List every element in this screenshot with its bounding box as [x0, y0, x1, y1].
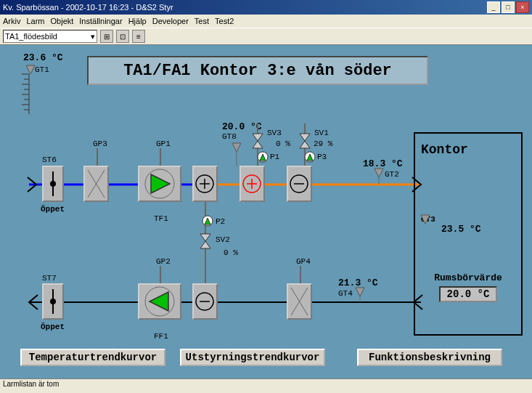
- toolbar-btn-3[interactable]: ≡: [132, 30, 145, 43]
- return-exchanger[interactable]: [192, 283, 218, 320]
- menu-objekt[interactable]: Objekt: [51, 17, 74, 25]
- room-panel: Kontor GT3 23.5 °C Rumsbörvärde 20.0 °C: [414, 132, 523, 336]
- menu-test2[interactable]: Test2: [215, 17, 234, 25]
- minimize-button[interactable]: _: [487, 1, 500, 13]
- gt4-label: GT4: [338, 289, 353, 298]
- fan-tf1[interactable]: [138, 166, 181, 202]
- pump-p1-icon[interactable]: [257, 151, 269, 163]
- gp2-label: GP2: [156, 257, 171, 266]
- gt2-label: GT2: [385, 170, 399, 179]
- gt2-sensor-icon: [375, 169, 383, 185]
- menu-hjalp[interactable]: Hjälp: [128, 17, 147, 25]
- menu-developer[interactable]: Developer: [152, 17, 189, 25]
- st7-status: Öppet: [41, 323, 65, 331]
- gp1-label: GP1: [156, 139, 171, 148]
- filter-gp4[interactable]: [287, 283, 312, 320]
- ff1-label: FF1: [154, 332, 168, 341]
- svg-point-13: [50, 181, 56, 187]
- heat-exchanger[interactable]: [192, 166, 218, 202]
- svg-marker-28: [253, 134, 263, 141]
- pump-p2-icon[interactable]: [202, 215, 213, 227]
- st6-status: Öppet: [41, 205, 65, 214]
- toolbar: TA1_flödesbild ▾ ⊞ ⊡ ≡: [0, 28, 532, 45]
- heater-coil[interactable]: [240, 166, 265, 202]
- svg-marker-43: [200, 234, 210, 241]
- damper-st6[interactable]: [42, 166, 64, 202]
- gt3-sensor-icon: [421, 215, 430, 224]
- gp1-stem: [159, 148, 162, 166]
- toolbar-btn-2[interactable]: ⊡: [116, 30, 129, 43]
- sv3-label: SV3: [267, 129, 282, 137]
- tf1-label: TF1: [154, 214, 168, 223]
- close-button[interactable]: ×: [516, 1, 529, 13]
- p2-label: P2: [216, 217, 225, 226]
- sv1-label: SV1: [314, 129, 329, 137]
- page-title: TA1/FA1 Kontor 3:e vån söder: [87, 56, 428, 85]
- p3-label: P3: [317, 153, 327, 161]
- arrow-in-icon: [28, 177, 38, 192]
- window-title: Kv. Sparbössan - 2002-10-17 16:23 - D&S2…: [3, 3, 487, 12]
- fan-ff1[interactable]: [138, 283, 181, 320]
- menu-larm[interactable]: Larm: [26, 17, 44, 25]
- gt8-label: GT8: [222, 132, 237, 141]
- sensor-icon: [26, 65, 35, 74]
- thermometer-icon: [22, 74, 30, 114]
- svg-point-47: [50, 299, 56, 304]
- menubar: Arkiv Larm Objekt Inställningar Hjälp De…: [0, 15, 532, 28]
- gp4-label: GP4: [296, 257, 311, 266]
- sv2-pct: 0 %: [224, 248, 238, 257]
- svg-marker-22: [232, 143, 241, 152]
- view-combo[interactable]: TA1_flödesbild ▾: [3, 30, 97, 43]
- statusbar: Larmlistan är tom: [0, 378, 532, 390]
- toolbar-btn-1[interactable]: ⊞: [100, 30, 113, 43]
- gp2-stem: [159, 266, 162, 283]
- chevron-down-icon: ▾: [91, 32, 95, 41]
- svg-marker-54: [356, 288, 364, 296]
- sv3-pct: 0 %: [276, 139, 290, 148]
- svg-marker-44: [200, 241, 210, 248]
- menu-test[interactable]: Test: [195, 17, 209, 25]
- gt4-sensor-icon: [356, 288, 364, 302]
- status-text: Larmlistan är tom: [3, 380, 59, 388]
- hvac-canvas: TA1/FA1 Kontor 3:e vån söder 23.6 °C GT1…: [0, 45, 532, 378]
- titlebar: Kv. Sparbössan - 2002-10-17 16:23 - D&S2…: [0, 0, 532, 15]
- gt8-sensor-icon: [232, 143, 241, 166]
- maximize-button[interactable]: □: [502, 1, 515, 13]
- gp3-stem: [96, 148, 99, 166]
- menu-arkiv[interactable]: Arkiv: [3, 17, 20, 25]
- valve-sv2-icon[interactable]: [198, 232, 213, 250]
- svg-marker-36: [300, 141, 310, 148]
- output-trends-button[interactable]: Utstyrningstrendkurvor: [180, 349, 325, 366]
- setpoint-value[interactable]: 20.0 °C: [439, 286, 497, 302]
- function-desc-button[interactable]: Funktionsbeskrivning: [357, 349, 502, 366]
- filter-gp3[interactable]: [83, 166, 109, 202]
- gt3-temp: 23.5 °C: [441, 224, 515, 235]
- view-combo-value: TA1_flödesbild: [5, 32, 57, 41]
- svg-marker-39: [375, 169, 383, 177]
- svg-marker-35: [300, 134, 310, 141]
- st7-label: ST7: [42, 274, 57, 283]
- gp3-label: GP3: [93, 139, 107, 148]
- gt4-temp: 21.3 °C: [338, 277, 378, 288]
- svg-marker-0: [26, 65, 35, 74]
- setpoint-label: Rumsbörvärde: [421, 272, 515, 283]
- sv2-label: SV2: [216, 235, 230, 244]
- sv1-pct: 29 %: [314, 139, 332, 148]
- menu-installningar[interactable]: Inställningar: [79, 17, 122, 25]
- gp4-stem: [299, 266, 302, 283]
- pump-p3-icon[interactable]: [304, 151, 316, 163]
- st6-label: ST6: [42, 155, 57, 164]
- room-title: Kontor: [421, 142, 515, 157]
- arrow-return-out-icon: [28, 295, 38, 309]
- p1-label: P1: [270, 153, 279, 161]
- svg-marker-56: [421, 215, 430, 224]
- damper-st7[interactable]: [42, 283, 64, 320]
- svg-marker-29: [253, 141, 263, 148]
- gt1-label: GT1: [35, 65, 49, 74]
- outdoor-temp: 23.6 °C: [23, 52, 63, 63]
- gt2-temp: 18.3 °C: [363, 158, 403, 169]
- temp-trends-button[interactable]: Temperaturtrendkurvor: [20, 349, 165, 366]
- cooler-coil[interactable]: [287, 166, 312, 202]
